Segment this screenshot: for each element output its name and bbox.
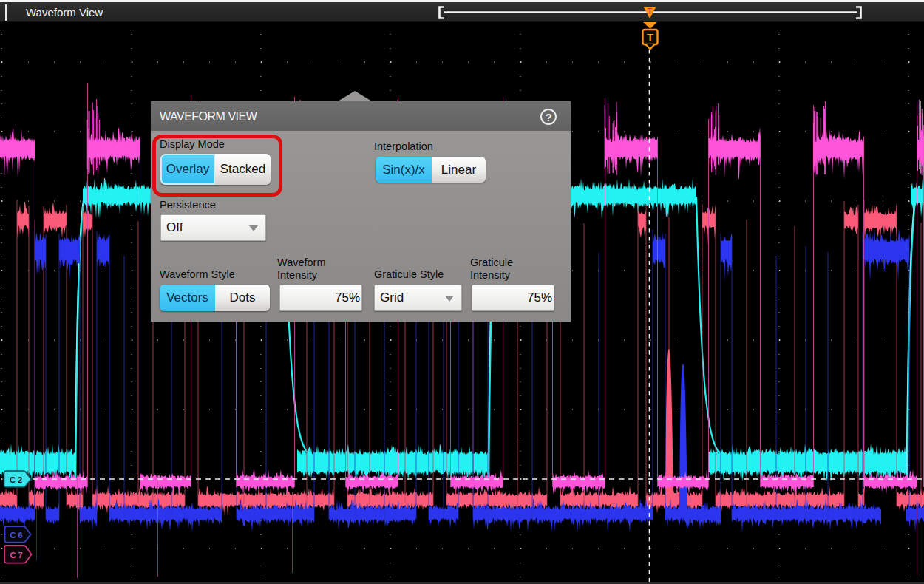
svg-text:T: T — [647, 31, 653, 44]
svg-text:C 6: C 6 — [10, 531, 23, 540]
svg-text:C 7: C 7 — [10, 551, 23, 560]
svg-text:T: T — [648, 7, 653, 16]
svg-text:C 2: C 2 — [10, 475, 22, 484]
